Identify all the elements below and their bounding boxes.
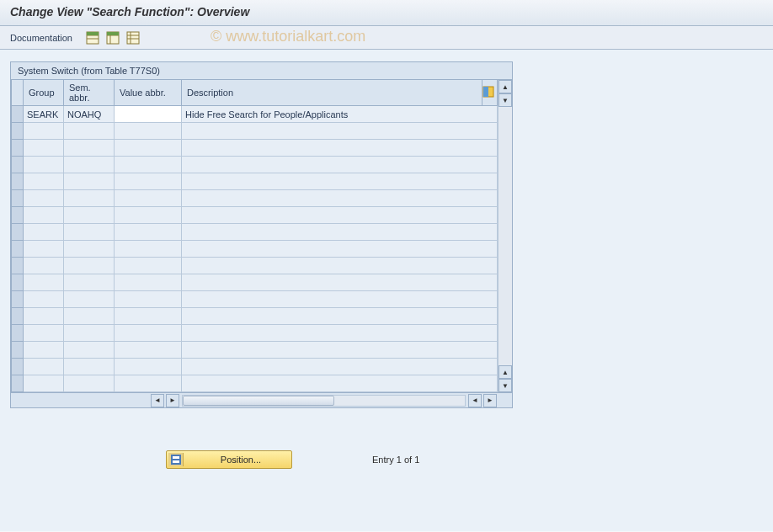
cell-group[interactable] [24,207,64,224]
cell-value-abbr[interactable] [115,173,182,190]
cell-group[interactable] [24,157,64,173]
row-selector[interactable] [12,207,24,224]
cell-value-abbr[interactable] [115,342,182,359]
cell-sem-abbr[interactable] [64,342,115,359]
cell-group[interactable] [24,258,64,274]
table-view-icon[interactable] [86,31,99,45]
cell-group[interactable] [24,241,64,258]
cell-sem-abbr[interactable] [64,241,115,258]
row-selector[interactable] [12,241,24,258]
documentation-label[interactable]: Documentation [10,33,72,43]
cell-description[interactable] [182,190,498,207]
cell-value-abbr[interactable] [115,359,182,375]
cell-group[interactable] [24,375,64,392]
cell-description[interactable] [182,157,498,173]
cell-sem-abbr[interactable] [64,359,115,375]
table-row[interactable] [12,173,498,190]
row-selector[interactable] [12,274,24,291]
cell-value-abbr[interactable] [115,140,182,157]
scroll-down-button-bottom[interactable]: ▼ [498,379,512,392]
row-selector[interactable] [12,342,24,359]
cell-sem-abbr[interactable] [64,291,115,308]
cell-group[interactable] [24,342,64,359]
table-row[interactable] [12,140,498,157]
row-selector[interactable] [12,123,24,140]
cell-description[interactable] [182,241,498,258]
table-row[interactable] [12,375,498,392]
row-selector[interactable] [12,291,24,308]
cell-value-abbr[interactable] [115,157,182,173]
table-row[interactable] [12,291,498,308]
scroll-left-button[interactable]: ◄ [151,394,164,407]
cell-group[interactable] [24,190,64,207]
cell-group[interactable] [24,325,64,342]
row-selector[interactable] [12,173,24,190]
cell-group[interactable] [24,291,64,308]
cell-value-abbr[interactable] [115,274,182,291]
cell-sem-abbr[interactable] [64,375,115,392]
cell-sem-abbr[interactable] [64,123,115,140]
table-row[interactable]: SEARKNOAHQHide Free Search for People/Ap… [12,106,498,123]
table-row[interactable] [12,308,498,325]
cell-group[interactable]: SEARK [24,106,64,123]
row-selector[interactable] [12,375,24,392]
scroll-right-button[interactable]: ► [166,394,179,407]
table-config-header[interactable] [482,80,498,106]
cell-value-abbr[interactable] [115,123,182,140]
table-row[interactable] [12,258,498,274]
table-row[interactable] [12,241,498,258]
cell-value-abbr[interactable] [115,190,182,207]
cell-value-abbr[interactable] [115,308,182,325]
cell-description[interactable] [182,359,498,375]
row-selector[interactable] [12,308,24,325]
cell-description[interactable] [182,325,498,342]
cell-sem-abbr[interactable]: NOAHQ [64,106,115,123]
row-selector[interactable] [12,157,24,173]
vscroll-track[interactable] [498,107,512,365]
cell-description[interactable] [182,258,498,274]
row-selector[interactable] [12,106,24,123]
cell-description[interactable] [182,123,498,140]
cell-description[interactable] [182,342,498,359]
table-row[interactable] [12,274,498,291]
scroll-up-button[interactable]: ▲ [498,80,512,93]
row-selector[interactable] [12,258,24,274]
hscroll-track[interactable] [182,395,466,407]
cell-description[interactable] [182,207,498,224]
cell-group[interactable] [24,123,64,140]
cell-group[interactable] [24,173,64,190]
table-row[interactable] [12,207,498,224]
vertical-scrollbar[interactable]: ▲ ▼ ▲ ▼ [498,80,512,392]
cell-description[interactable] [182,274,498,291]
cell-sem-abbr[interactable] [64,207,115,224]
cell-value-abbr[interactable] [115,207,182,224]
cell-group[interactable] [24,308,64,325]
column-header-value-abbr[interactable]: Value abbr. [115,80,182,106]
cell-sem-abbr[interactable] [64,190,115,207]
column-header-group[interactable]: Group [24,80,64,106]
cell-value-abbr[interactable] [115,325,182,342]
scroll-left-button-end[interactable]: ◄ [468,394,482,407]
table-row[interactable] [12,325,498,342]
table-row[interactable] [12,190,498,207]
cell-value-abbr[interactable] [115,224,182,241]
cell-sem-abbr[interactable] [64,325,115,342]
scroll-right-button-end[interactable]: ► [483,394,497,407]
cell-value-abbr[interactable] [115,291,182,308]
cell-description[interactable] [182,224,498,241]
cell-sem-abbr[interactable] [64,308,115,325]
cell-sem-abbr[interactable] [64,274,115,291]
table-row[interactable] [12,157,498,173]
table-export-icon[interactable] [126,31,140,45]
column-header-sem-abbr[interactable]: Sem. abbr. [64,80,115,106]
cell-sem-abbr[interactable] [64,224,115,241]
cell-sem-abbr[interactable] [64,173,115,190]
cell-group[interactable] [24,224,64,241]
cell-description[interactable] [182,291,498,308]
scroll-down-button[interactable]: ▼ [498,93,512,107]
row-selector[interactable] [12,190,24,207]
cell-value-abbr[interactable] [115,106,182,123]
table-row[interactable] [12,342,498,359]
cell-sem-abbr[interactable] [64,157,115,173]
hscroll-thumb[interactable] [183,396,334,406]
